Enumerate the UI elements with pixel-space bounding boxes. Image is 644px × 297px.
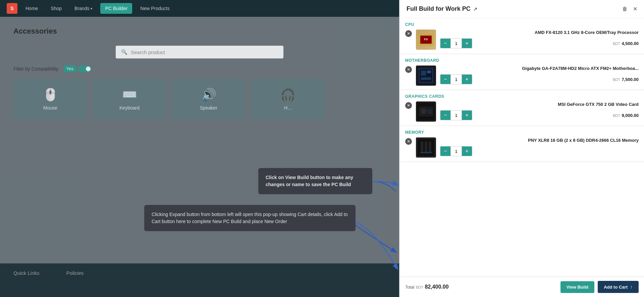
view-build-button[interactable]: View Build [560,281,595,293]
add-to-cart-button[interactable]: Add to Cart ↑ [598,281,639,293]
mobo-name: Gigabyte GA-F2A78M-HD2 Micro ATX FM2+ Mo… [440,66,639,72]
nav-shop[interactable]: Shop [46,3,66,14]
mobo-price-amount: 7,500.00 [622,77,639,82]
memory-name: PNY XLR8 16 GB (2 x 8 GB) DDR4-2666 CL16… [440,137,639,143]
memory-qty-plus[interactable]: + [462,146,472,156]
filter-label: Filter by Compatibility [13,66,58,72]
toggle-switch[interactable] [78,66,92,72]
section-mobo-label: MotherBoard [405,58,639,63]
total-section: Total BDT 82,400.00 [405,284,449,290]
category-headset-label: H... [284,105,291,111]
keyboard-icon: ⌨️ [122,88,137,102]
memory-item-row: ✕ PNY XLR8 16 GB (2 x 8 GB) DDR4-2666 CL… [405,137,639,158]
filter-toggle[interactable]: Yes [64,65,92,72]
footer-bar: Quick Links Policies [0,263,399,297]
cpu-info: AMD FX-8120 3.1 GHz 8-Core OEM/Tray Proc… [440,30,639,48]
category-keyboard[interactable]: ⌨️ Keyboard [93,79,166,119]
arrows-overlay [0,17,399,297]
tooltip-expand: Clicking Expand button from bottom left … [144,205,356,231]
mobo-thumbnail [416,66,436,86]
section-gpu: Graphics Cards ✕ MSI GeForce GTX 750 2 G… [400,90,644,126]
category-speaker-label: Speaker [200,105,217,111]
mobo-price: BDT 7,500.00 [613,76,639,82]
gpu-qty-minus[interactable]: − [440,111,450,120]
memory-info: PNY XLR8 16 GB (2 x 8 GB) DDR4-2666 CL16… [440,137,639,156]
svg-rect-14 [421,142,423,153]
section-memory-label: Memory [405,130,639,135]
memory-qty-val: 1 [450,146,462,156]
section-cpu: CPU ✕ FX AMD FX-8120 3.1 GHz 8-Core OEM/… [400,18,644,54]
footer-buttons: View Build Add to Cart ↑ [560,281,639,293]
remove-mobo-btn[interactable]: ✕ [405,66,412,73]
cpu-name: AMD FX-8120 3.1 GHz 8-Core OEM/Tray Proc… [440,30,639,36]
category-mouse-label: Mouse [43,105,57,111]
svg-rect-17 [420,152,432,153]
mobo-info: Gigabyte GA-F2A78M-HD2 Micro ATX FM2+ Mo… [440,66,639,84]
total-amount-val: 82,400.00 [425,284,448,290]
cpu-price-row: − 1 + BDT 4,500.00 [440,38,639,48]
nav-brands[interactable]: Brands ▾ [70,3,97,14]
tooltip-view-build: Click on View Build button to make any c… [258,168,372,194]
up-arrow-icon: ↑ [630,284,633,290]
svg-rect-5 [421,71,426,76]
memory-qty-minus[interactable]: − [440,146,450,156]
svg-point-11 [422,109,426,113]
remove-gpu-btn[interactable]: ✕ [405,102,412,109]
remove-cpu-btn[interactable]: ✕ [405,30,412,37]
panel-footer: Total BDT 82,400.00 View Build Add to Ca… [400,277,644,297]
category-mouse[interactable]: 🖱️ Mouse [13,79,87,119]
gpu-qty-control[interactable]: − 1 + [440,110,472,120]
memory-qty-control[interactable]: − 1 + [440,146,472,156]
gpu-qty-val: 1 [450,111,462,120]
category-grid: 🖱️ Mouse ⌨️ Keyboard 🔊 Speaker 🎧 H... [0,79,399,119]
nav-new-products[interactable]: New Products [136,3,174,14]
panel-delete-icon[interactable]: 🗑 [622,6,628,12]
footer-quick-links: Quick Links [13,270,40,278]
total-bdt: BDT [416,285,423,289]
speaker-icon: 🔊 [201,88,216,102]
svg-rect-16 [429,142,431,153]
gpu-name: MSI GeForce GTX 750 2 GB Video Card [440,101,639,108]
cpu-item-row: ✕ FX AMD FX-8120 3.1 GHz 8-Core OEM/Tray… [405,30,639,50]
svg-rect-15 [425,142,427,153]
category-keyboard-label: Keyboard [119,105,140,111]
section-mobo: MotherBoard ✕ Gigabyte GA-F2A78M-HD2 Mic… [400,54,644,90]
cpu-qty-val: 1 [450,39,462,48]
toggle-yes-label: Yes [64,65,76,72]
section-gpu-label: Graphics Cards [405,94,639,99]
page-title: Accessories [0,17,399,42]
cpu-qty-minus[interactable]: − [440,39,450,48]
gpu-qty-plus[interactable]: + [462,111,472,120]
mouse-icon: 🖱️ [43,88,58,102]
search-icon: 🔍 [121,49,127,55]
mobo-price-row: − 1 + BDT 7,500.00 [440,74,639,84]
cpu-qty-control[interactable]: − 1 + [440,38,472,48]
panel-header: Full Build for Work PC ↗ 🗑 ✕ [400,0,644,18]
remove-memory-btn[interactable]: ✕ [405,138,412,145]
headset-icon: 🎧 [280,88,296,102]
search-placeholder: Search product [131,49,165,55]
mobo-qty-control[interactable]: − 1 + [440,74,472,84]
cpu-thumbnail: FX [416,30,436,50]
category-speaker[interactable]: 🔊 Speaker [172,79,246,119]
category-headset[interactable]: 🎧 H... [251,79,325,119]
footer-policies: Policies [66,270,84,278]
right-panel: Full Build for Work PC ↗ 🗑 ✕ CPU ✕ FX [399,0,644,297]
gpu-price: BDT 9,000.00 [613,112,639,118]
memory-thumbnail [416,137,436,158]
mobo-qty-minus[interactable]: − [440,75,450,84]
filter-bar: Filter by Compatibility Yes [0,65,399,72]
nav-pc-builder[interactable]: PC Builder [100,3,132,14]
gpu-price-amount: 9,000.00 [622,113,639,118]
search-bar[interactable]: 🔍 Search product [116,46,283,58]
nav-home[interactable]: Home [21,3,43,14]
mobo-qty-plus[interactable]: + [462,75,472,84]
cpu-qty-plus[interactable]: + [462,39,472,48]
total-label: Total [405,285,414,290]
section-cpu-label: CPU [405,22,639,27]
mobo-bdt: BDT [613,78,620,82]
external-link-icon: ↗ [473,6,477,12]
mobo-item-row: ✕ Gigabyte GA-F2A78M-HD2 Micro ATX FM2+ … [405,66,639,86]
panel-close-icon[interactable]: ✕ [633,6,637,12]
svg-rect-6 [427,71,431,73]
